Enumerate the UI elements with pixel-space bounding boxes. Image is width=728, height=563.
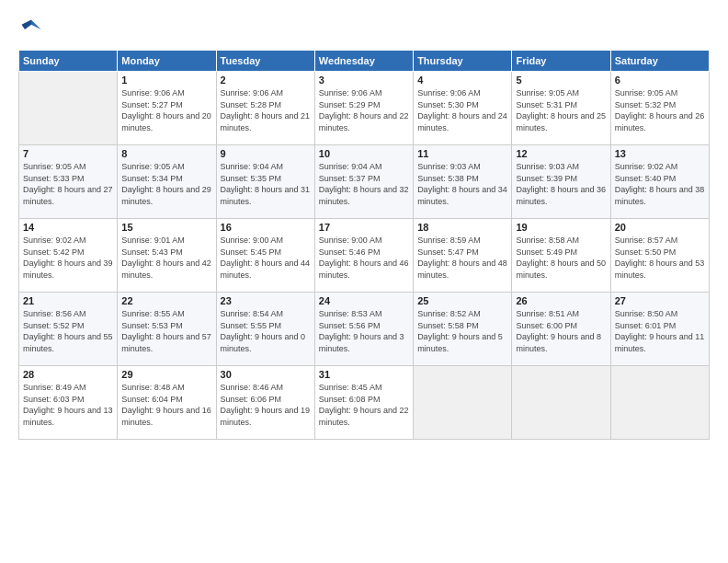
day-info: Sunrise: 9:04 AMSunset: 5:37 PMDaylight:… xyxy=(319,161,409,207)
weekday-header-tuesday: Tuesday xyxy=(216,51,314,72)
header xyxy=(18,17,710,42)
weekday-header-wednesday: Wednesday xyxy=(314,51,413,72)
day-number: 31 xyxy=(319,369,409,380)
day-info: Sunrise: 9:04 AMSunset: 5:35 PMDaylight:… xyxy=(221,161,311,207)
day-number: 7 xyxy=(23,148,113,159)
day-info: Sunrise: 9:03 AMSunset: 5:39 PMDaylight:… xyxy=(516,161,606,207)
day-info: Sunrise: 8:53 AMSunset: 5:56 PMDaylight:… xyxy=(319,308,409,354)
day-number: 12 xyxy=(516,148,606,159)
day-info: Sunrise: 9:02 AMSunset: 5:40 PMDaylight:… xyxy=(615,161,705,207)
day-number: 15 xyxy=(121,222,211,233)
calendar-week-4: 21 Sunrise: 8:56 AMSunset: 5:52 PMDaylig… xyxy=(19,293,710,366)
calendar-cell: 21 Sunrise: 8:56 AMSunset: 5:52 PMDaylig… xyxy=(19,293,118,366)
day-number: 13 xyxy=(615,148,705,159)
day-info: Sunrise: 9:01 AMSunset: 5:43 PMDaylight:… xyxy=(121,235,211,281)
day-number: 10 xyxy=(319,148,409,159)
day-info: Sunrise: 8:56 AMSunset: 5:52 PMDaylight:… xyxy=(23,308,113,354)
calendar-cell: 20 Sunrise: 8:57 AMSunset: 5:50 PMDaylig… xyxy=(610,219,709,293)
calendar-cell: 3 Sunrise: 9:06 AMSunset: 5:29 PMDayligh… xyxy=(314,72,413,145)
day-info: Sunrise: 9:00 AMSunset: 5:45 PMDaylight:… xyxy=(221,235,311,281)
day-info: Sunrise: 8:55 AMSunset: 5:53 PMDaylight:… xyxy=(121,308,211,354)
calendar-cell xyxy=(512,366,610,440)
day-info: Sunrise: 8:51 AMSunset: 6:00 PMDaylight:… xyxy=(516,308,606,354)
calendar-cell: 15 Sunrise: 9:01 AMSunset: 5:43 PMDaylig… xyxy=(118,219,216,293)
day-number: 17 xyxy=(319,222,409,233)
day-number: 1 xyxy=(121,75,211,86)
day-info: Sunrise: 9:05 AMSunset: 5:31 PMDaylight:… xyxy=(516,87,606,133)
day-info: Sunrise: 8:45 AMSunset: 6:08 PMDaylight:… xyxy=(319,382,409,428)
calendar-table: SundayMondayTuesdayWednesdayThursdayFrid… xyxy=(18,50,710,440)
calendar-cell: 19 Sunrise: 8:58 AMSunset: 5:49 PMDaylig… xyxy=(512,219,610,293)
calendar-cell: 7 Sunrise: 9:05 AMSunset: 5:33 PMDayligh… xyxy=(19,145,118,219)
calendar-cell: 27 Sunrise: 8:50 AMSunset: 6:01 PMDaylig… xyxy=(610,293,709,366)
calendar-cell: 16 Sunrise: 9:00 AMSunset: 5:45 PMDaylig… xyxy=(216,219,314,293)
calendar-cell xyxy=(610,366,709,440)
day-info: Sunrise: 9:06 AMSunset: 5:30 PMDaylight:… xyxy=(417,87,507,133)
day-info: Sunrise: 9:05 AMSunset: 5:33 PMDaylight:… xyxy=(23,161,113,207)
calendar-cell: 31 Sunrise: 8:45 AMSunset: 6:08 PMDaylig… xyxy=(314,366,413,440)
day-number: 14 xyxy=(23,222,113,233)
weekday-header-sunday: Sunday xyxy=(19,51,118,72)
calendar-cell: 14 Sunrise: 9:02 AMSunset: 5:42 PMDaylig… xyxy=(19,219,118,293)
day-number: 28 xyxy=(23,369,113,380)
day-info: Sunrise: 8:59 AMSunset: 5:47 PMDaylight:… xyxy=(417,235,507,281)
day-number: 9 xyxy=(221,148,311,159)
day-number: 23 xyxy=(221,295,311,306)
day-number: 27 xyxy=(615,295,705,306)
logo xyxy=(18,17,48,42)
day-number: 22 xyxy=(121,295,211,306)
day-info: Sunrise: 9:03 AMSunset: 5:38 PMDaylight:… xyxy=(417,161,507,207)
day-number: 4 xyxy=(417,75,507,86)
day-number: 2 xyxy=(221,75,311,86)
day-info: Sunrise: 9:05 AMSunset: 5:32 PMDaylight:… xyxy=(615,87,705,133)
calendar-cell: 25 Sunrise: 8:52 AMSunset: 5:58 PMDaylig… xyxy=(414,293,512,366)
calendar-cell: 23 Sunrise: 8:54 AMSunset: 5:55 PMDaylig… xyxy=(216,293,314,366)
weekday-header-monday: Monday xyxy=(118,51,216,72)
day-info: Sunrise: 8:49 AMSunset: 6:03 PMDaylight:… xyxy=(23,382,113,428)
day-info: Sunrise: 9:02 AMSunset: 5:42 PMDaylight:… xyxy=(23,235,113,281)
day-number: 19 xyxy=(516,222,606,233)
day-info: Sunrise: 8:50 AMSunset: 6:01 PMDaylight:… xyxy=(615,308,705,354)
day-info: Sunrise: 8:52 AMSunset: 5:58 PMDaylight:… xyxy=(417,308,507,354)
calendar-cell: 24 Sunrise: 8:53 AMSunset: 5:56 PMDaylig… xyxy=(314,293,413,366)
day-number: 26 xyxy=(516,295,606,306)
day-info: Sunrise: 8:57 AMSunset: 5:50 PMDaylight:… xyxy=(615,235,705,281)
day-info: Sunrise: 8:46 AMSunset: 6:06 PMDaylight:… xyxy=(221,382,311,428)
day-info: Sunrise: 8:54 AMSunset: 5:55 PMDaylight:… xyxy=(221,308,311,354)
day-number: 20 xyxy=(615,222,705,233)
calendar-cell: 18 Sunrise: 8:59 AMSunset: 5:47 PMDaylig… xyxy=(414,219,512,293)
calendar-cell: 28 Sunrise: 8:49 AMSunset: 6:03 PMDaylig… xyxy=(19,366,118,440)
day-number: 29 xyxy=(121,369,211,380)
svg-marker-1 xyxy=(22,20,32,30)
weekday-header-friday: Friday xyxy=(512,51,610,72)
page: SundayMondayTuesdayWednesdayThursdayFrid… xyxy=(0,0,728,563)
day-number: 25 xyxy=(417,295,507,306)
calendar-cell: 10 Sunrise: 9:04 AMSunset: 5:37 PMDaylig… xyxy=(314,145,413,219)
day-number: 5 xyxy=(516,75,606,86)
day-number: 8 xyxy=(121,148,211,159)
day-number: 18 xyxy=(417,222,507,233)
day-number: 3 xyxy=(319,75,409,86)
calendar-cell: 11 Sunrise: 9:03 AMSunset: 5:38 PMDaylig… xyxy=(414,145,512,219)
day-number: 21 xyxy=(23,295,113,306)
calendar-cell: 29 Sunrise: 8:48 AMSunset: 6:04 PMDaylig… xyxy=(118,366,216,440)
calendar-week-1: 1 Sunrise: 9:06 AMSunset: 5:27 PMDayligh… xyxy=(19,72,710,145)
calendar-week-3: 14 Sunrise: 9:02 AMSunset: 5:42 PMDaylig… xyxy=(19,219,710,293)
calendar-cell: 5 Sunrise: 9:05 AMSunset: 5:31 PMDayligh… xyxy=(512,72,610,145)
day-number: 16 xyxy=(221,222,311,233)
calendar-cell xyxy=(19,72,118,145)
calendar-cell: 17 Sunrise: 9:00 AMSunset: 5:46 PMDaylig… xyxy=(314,219,413,293)
calendar-cell: 8 Sunrise: 9:05 AMSunset: 5:34 PMDayligh… xyxy=(118,145,216,219)
calendar-cell: 2 Sunrise: 9:06 AMSunset: 5:28 PMDayligh… xyxy=(216,72,314,145)
day-number: 30 xyxy=(221,369,311,380)
weekday-header-row: SundayMondayTuesdayWednesdayThursdayFrid… xyxy=(19,51,710,72)
day-info: Sunrise: 9:06 AMSunset: 5:27 PMDaylight:… xyxy=(121,87,211,133)
weekday-header-thursday: Thursday xyxy=(414,51,512,72)
svg-marker-0 xyxy=(31,20,41,30)
calendar-cell: 26 Sunrise: 8:51 AMSunset: 6:00 PMDaylig… xyxy=(512,293,610,366)
day-number: 6 xyxy=(615,75,705,86)
calendar-cell xyxy=(414,366,512,440)
weekday-header-saturday: Saturday xyxy=(610,51,709,72)
calendar-cell: 9 Sunrise: 9:04 AMSunset: 5:35 PMDayligh… xyxy=(216,145,314,219)
calendar-cell: 12 Sunrise: 9:03 AMSunset: 5:39 PMDaylig… xyxy=(512,145,610,219)
